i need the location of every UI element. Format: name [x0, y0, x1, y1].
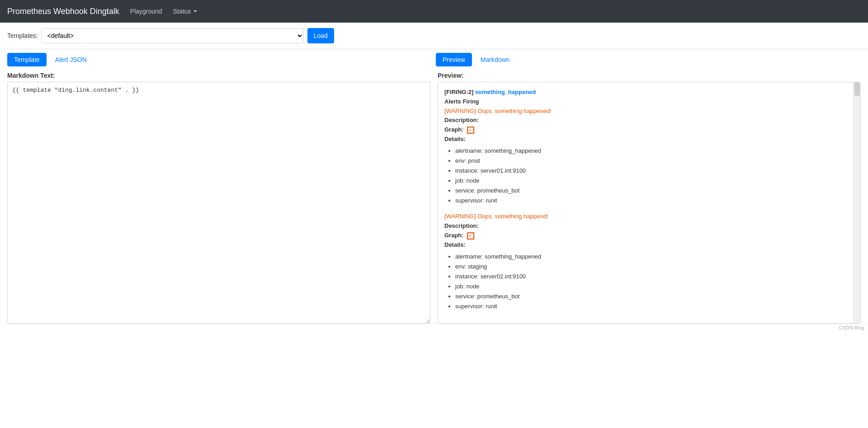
preview-section-2: [WARNING] Oops, something happend! Descr… [444, 212, 847, 311]
tab-preview[interactable]: Preview [436, 53, 472, 66]
nav-status-dropdown[interactable]: Status [173, 8, 198, 15]
scrollbar-thumb [854, 82, 860, 96]
templates-select[interactable]: <default> [42, 28, 304, 43]
preview-alerts-firing: Alerts Firing [444, 97, 847, 107]
list-item: service: prometheus_bot [455, 292, 847, 301]
list-item: job: node [455, 176, 847, 186]
preview-section-1: [FIRING:2] something_happened Alerts Fir… [444, 88, 847, 206]
nav-playground[interactable]: Playground [130, 8, 162, 15]
left-panel: Markdown Text: {{ template "ding.link.co… [7, 72, 434, 324]
list-item: env: prod [455, 156, 847, 166]
templates-bar: Templates: <default> Load [0, 23, 868, 49]
preview-graph-icon-1 [467, 127, 474, 134]
left-tab-bar: Template Alert JSON [7, 53, 432, 66]
preview-label: Preview: [438, 72, 861, 79]
load-button[interactable]: Load [307, 28, 334, 43]
list-item: supervisor: runit [455, 301, 847, 311]
list-item: instance: server01.int:9100 [455, 166, 847, 176]
right-tab-bar: Preview Markdown [432, 53, 861, 66]
list-item: alertname: something_happened [455, 146, 847, 156]
right-panel: Preview: [FIRING:2] something_happened A… [434, 72, 861, 324]
preview-graph-1: Graph: [444, 125, 847, 135]
navbar: Prometheus Webhook Dingtalk Playground S… [0, 0, 868, 23]
preview-warning-1: [WARNING] Oops, something happened! [444, 107, 847, 116]
preview-title-link[interactable]: something_happened [475, 89, 536, 95]
footer-text: CSDN Blog [839, 325, 864, 330]
footer: CSDN Blog [0, 324, 868, 331]
preview-box[interactable]: [FIRING:2] something_happened Alerts Fir… [438, 82, 861, 324]
tab-markdown[interactable]: Markdown [474, 53, 517, 66]
preview-graph-icon-2 [467, 232, 474, 240]
markdown-text-label: Markdown Text: [7, 72, 430, 79]
list-item: job: node [455, 282, 847, 292]
preview-desc-2: Description: [444, 221, 847, 231]
list-item: env: staging [455, 262, 847, 272]
list-item: instance: server02.int:9100 [455, 272, 847, 282]
navbar-brand[interactable]: Prometheus Webhook Dingtalk [7, 7, 119, 16]
preview-firing-label: [FIRING:2] [444, 89, 475, 95]
preview-details-2: Details: [444, 240, 847, 250]
preview-scrollbar[interactable] [853, 82, 860, 323]
nav-status-caret-icon [193, 10, 197, 12]
main-content: Markdown Text: {{ template "ding.link.co… [0, 66, 868, 324]
tab-alert-json[interactable]: Alert JSON [48, 53, 94, 66]
templates-label: Templates: [7, 32, 38, 39]
preview-desc-1: Description: [444, 116, 847, 125]
tab-template[interactable]: Template [7, 53, 47, 66]
preview-list-1: alertname: something_happened env: prod … [444, 146, 847, 206]
preview-title-row: [FIRING:2] something_happened [444, 88, 847, 97]
preview-list-2: alertname: something_happened env: stagi… [444, 252, 847, 312]
list-item: supervisor: runit [455, 196, 847, 206]
list-item: alertname: something_happened [455, 252, 847, 262]
preview-warning-2: [WARNING] Oops, something happend! [444, 212, 847, 221]
list-item: service: prometheus_bot [455, 186, 847, 196]
markdown-textarea[interactable]: {{ template "ding.link.content" . }} [7, 82, 430, 324]
preview-details-1: Details: [444, 135, 847, 144]
preview-graph-2: Graph: [444, 231, 847, 240]
nav-status-label: Status [173, 8, 191, 15]
preview-content: [FIRING:2] something_happened Alerts Fir… [438, 82, 853, 323]
